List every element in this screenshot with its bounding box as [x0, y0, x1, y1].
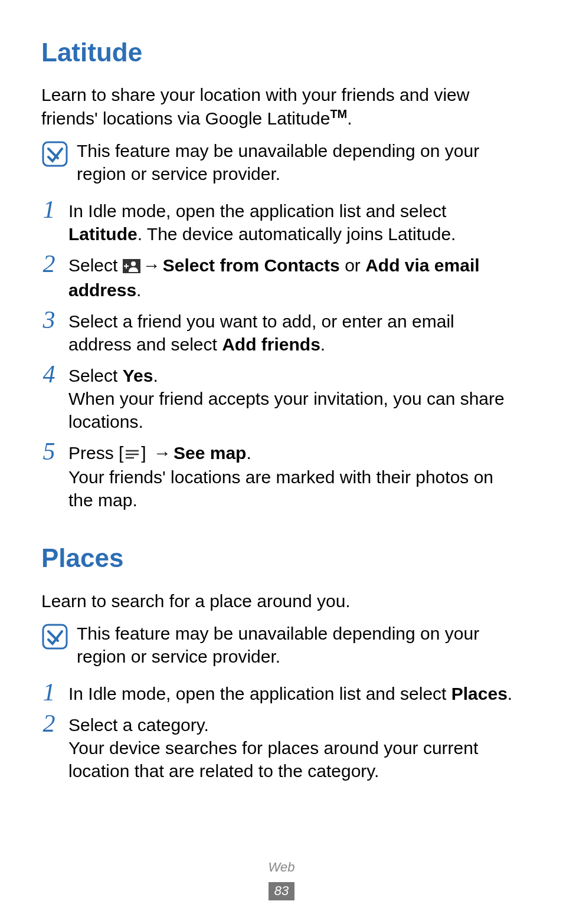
note-icon	[41, 623, 68, 656]
step4-bold-a: Yes	[123, 366, 153, 385]
step-row: 5 Press [ ] → See map. Your friends' loc…	[41, 441, 522, 512]
intro-text-b: .	[347, 109, 352, 128]
step-number: 4	[41, 362, 57, 386]
step-row: 2 Select → Select from Contacts or Add v…	[41, 254, 522, 302]
step-number: 3	[41, 307, 57, 332]
note-icon	[41, 140, 68, 173]
step2-arrow: →	[143, 254, 161, 277]
note-row-latitude: This feature may be unavailable dependin…	[41, 139, 522, 185]
step1-text-b: . The device automatically joins Latitud…	[138, 224, 456, 244]
step3-text-b: .	[320, 335, 325, 354]
step-content: In Idle mode, open the application list …	[68, 682, 522, 705]
step-row: 1 In Idle mode, open the application lis…	[41, 199, 522, 245]
step-row: 1 In Idle mode, open the application lis…	[41, 682, 522, 705]
section-title-places: Places	[41, 541, 522, 575]
step-number: 2	[41, 711, 57, 736]
step4-text-a: Select	[68, 366, 123, 385]
footer-section-label: Web	[0, 859, 563, 876]
step-number: 5	[41, 439, 57, 464]
add-person-icon	[123, 255, 140, 278]
places-step1-bold-a: Places	[451, 684, 508, 703]
step5-text-b: ]	[141, 443, 151, 463]
step3-bold-a: Add friends	[222, 335, 320, 354]
step-number: 1	[41, 197, 57, 222]
page-footer: Web 83	[0, 859, 563, 900]
step1-text-a: In Idle mode, open the application list …	[68, 201, 446, 221]
intro-text-a: Learn to share your location with your f…	[41, 85, 469, 128]
step-row: 4 Select Yes. When your friend accepts y…	[41, 364, 522, 433]
step-content: Select → Select from Contacts or Add via…	[68, 254, 522, 302]
step-number: 2	[41, 251, 57, 276]
note-text-places: This feature may be unavailable dependin…	[77, 622, 522, 668]
places-step1-text-b: .	[508, 684, 512, 703]
step2-bold-a: Select from Contacts	[163, 255, 340, 275]
step-content: Select a category. Your device searches …	[68, 713, 522, 782]
step2-text-a: Select	[68, 255, 123, 275]
step4-text-b: .	[153, 366, 158, 385]
svg-point-3	[131, 261, 136, 266]
note-row-places: This feature may be unavailable dependin…	[41, 622, 522, 668]
step-content: In Idle mode, open the application list …	[68, 199, 522, 245]
step-content: Select a friend you want to add, or ente…	[68, 310, 522, 356]
step-row: 3 Select a friend you want to add, or en…	[41, 310, 522, 356]
trademark-symbol: TM	[330, 107, 347, 120]
step2-text-c: .	[136, 280, 141, 300]
footer-page-number: 83	[269, 882, 294, 900]
section-title-latitude: Latitude	[41, 35, 522, 69]
step-number: 1	[41, 680, 57, 705]
places-step1-text-a: In Idle mode, open the application list …	[68, 684, 451, 703]
intro-latitude: Learn to share your location with your f…	[41, 83, 522, 130]
step-content: Select Yes. When your friend accepts you…	[68, 364, 522, 433]
step5-text-d: Your friends' locations are marked with …	[68, 466, 522, 512]
menu-icon	[123, 443, 141, 466]
note-text-latitude: This feature may be unavailable dependin…	[77, 139, 522, 185]
step-content: Press [ ] → See map. Your friends' locat…	[68, 441, 522, 512]
step2-text-b: or	[340, 255, 365, 275]
places-step2-text-b: Your device searches for places around y…	[68, 736, 522, 782]
step5-text-a: Press [	[68, 443, 123, 463]
places-step2-text-a: Select a category.	[68, 713, 522, 736]
intro-places: Learn to search for a place around you.	[41, 589, 522, 612]
step5-arrow: →	[153, 441, 171, 464]
step5-text-c: .	[246, 443, 251, 463]
step5-bold-a: See map	[174, 443, 246, 463]
step4-text-c: When your friend accepts your invitation…	[68, 387, 522, 433]
step1-bold-a: Latitude	[68, 224, 138, 244]
step-row: 2 Select a category. Your device searche…	[41, 713, 522, 782]
